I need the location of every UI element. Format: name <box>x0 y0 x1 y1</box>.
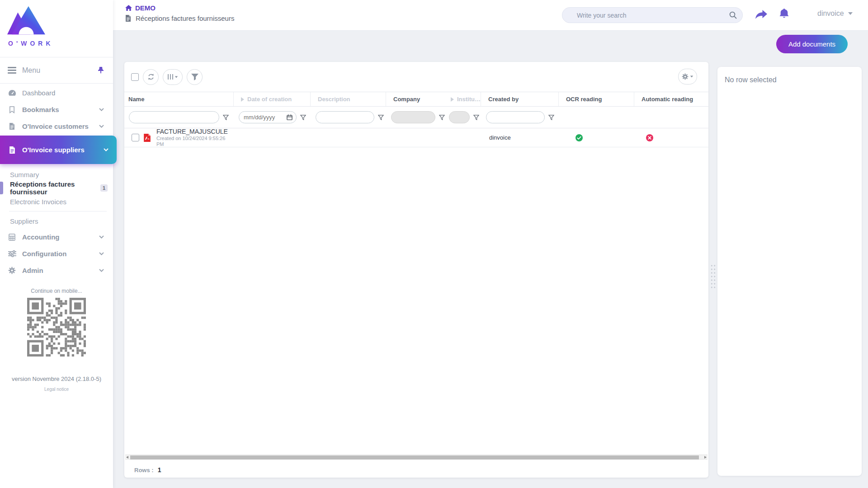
scroll-right-arrow[interactable] <box>704 456 707 459</box>
filter-description-input[interactable] <box>316 111 374 123</box>
cell-institution <box>443 128 481 147</box>
table-row[interactable]: FACTURE_MAJUSCULE Created on 10/24/2024 … <box>124 128 708 147</box>
column-header-company[interactable]: Company <box>386 92 443 106</box>
cell-description <box>310 128 386 147</box>
chevron-down-icon <box>99 125 104 128</box>
filter-funnel-icon[interactable] <box>378 115 384 120</box>
column-header-ocr-reading[interactable]: OCR reading <box>558 92 634 106</box>
submenu-item-suppliers[interactable]: Suppliers <box>0 214 113 228</box>
sidebar-nav: Dashboard Bookmarks O'Invoice customers <box>0 84 113 279</box>
column-header-description[interactable]: Description <box>310 92 386 106</box>
submenu-item-receptions-factures[interactable]: Réceptions factures fournisseur 1 <box>0 181 113 195</box>
sidebar-item-configuration[interactable]: Configuration <box>0 245 113 262</box>
sidebar-item-oinvoice-suppliers[interactable]: O'Invoice suppliers <box>0 136 117 164</box>
sidebar-item-admin[interactable]: Admin <box>0 262 113 279</box>
sidebar-item-label: O'Invoice customers <box>22 122 89 130</box>
columns-button[interactable] <box>163 69 183 85</box>
submenu-label: Summary <box>10 171 39 178</box>
filter-button[interactable] <box>187 69 203 85</box>
sidebar-item-bookmarks[interactable]: Bookmarks <box>0 101 113 118</box>
breadcrumb-home[interactable]: DEMO <box>125 4 234 12</box>
column-header-institution[interactable]: Institut... <box>443 92 481 106</box>
sliders-icon <box>8 250 16 257</box>
chevron-down-icon <box>99 108 104 111</box>
qr-code <box>0 298 113 357</box>
chevron-down-icon <box>99 252 104 255</box>
breadcrumb: DEMO Réceptions factures fournisseurs <box>125 4 234 22</box>
filter-funnel-icon[interactable] <box>548 115 554 120</box>
dashboard-icon <box>8 89 16 97</box>
global-search <box>562 7 743 23</box>
filter-funnel-icon[interactable] <box>223 115 229 120</box>
filter-icon <box>191 74 198 80</box>
divider <box>9 211 107 211</box>
cell-ocr-reading <box>558 128 634 147</box>
filter-name-input[interactable] <box>129 111 219 123</box>
table-settings-button[interactable] <box>678 69 697 84</box>
search-input[interactable] <box>562 7 743 23</box>
share-button[interactable] <box>755 10 767 20</box>
calculator-icon <box>8 234 16 241</box>
empty-selection-message: No row selected <box>725 76 777 84</box>
sidebar-item-label: O'Invoice suppliers <box>22 146 85 154</box>
scrollbar-thumb[interactable] <box>130 455 699 460</box>
menu-label: Menu <box>22 66 40 75</box>
filter-funnel-icon[interactable] <box>300 115 306 120</box>
filter-funnel-icon[interactable] <box>473 115 479 120</box>
legal-notice-link[interactable]: Legal notice <box>0 387 113 392</box>
sidebar-item-oinvoice-customers[interactable]: O'Invoice customers <box>0 118 113 135</box>
submenu-label: Suppliers <box>10 217 38 225</box>
column-header-date[interactable]: Date of creation <box>233 92 310 106</box>
bookmark-icon <box>8 106 16 113</box>
submenu-item-summary[interactable]: Summary <box>0 168 113 181</box>
sidebar-item-accounting[interactable]: Accounting <box>0 229 113 245</box>
horizontal-scrollbar[interactable] <box>125 455 708 460</box>
share-icon <box>755 10 767 20</box>
add-documents-button[interactable]: Add documents <box>776 35 848 53</box>
table-filter-row <box>124 107 708 128</box>
filter-created-by-input[interactable] <box>486 111 545 123</box>
menu-toggle[interactable]: Menu <box>0 57 113 84</box>
gear-icon <box>682 73 689 80</box>
search-icon[interactable] <box>729 11 737 19</box>
notifications-button[interactable] <box>779 9 789 19</box>
pin-icon[interactable] <box>98 67 104 74</box>
submenu-label: Réceptions factures fournisseur <box>10 180 99 196</box>
select-all-checkbox[interactable] <box>131 73 139 81</box>
hamburger-icon <box>8 66 16 75</box>
refresh-button[interactable] <box>143 69 159 85</box>
sidebar: O'WORK Menu Dashboard Bookmarks <box>0 0 113 488</box>
scroll-left-arrow[interactable] <box>126 456 128 459</box>
filter-date-input[interactable] <box>239 111 297 123</box>
logo-mountain-icon <box>7 5 45 39</box>
bell-icon <box>779 9 789 19</box>
cell-date <box>233 128 310 147</box>
suppliers-submenu: Summary Réceptions factures fournisseur … <box>0 165 113 229</box>
user-name: dinvoice <box>817 9 844 18</box>
caret-down-icon <box>175 76 178 78</box>
chevron-down-icon <box>99 269 104 272</box>
column-header-name[interactable]: Name <box>124 92 233 106</box>
document-name: FACTURE_MAJUSCULE <box>156 128 233 135</box>
invoice-icon <box>8 123 16 130</box>
sidebar-item-dashboard[interactable]: Dashboard <box>0 84 113 101</box>
column-header-automatic-reading[interactable]: Automatic reading <box>634 92 708 106</box>
panel-resize-handle[interactable] <box>710 264 716 290</box>
pdf-icon <box>143 134 151 142</box>
document-icon <box>125 15 131 22</box>
logo-text: O'WORK <box>8 40 113 47</box>
sidebar-item-label: Accounting <box>22 233 60 241</box>
active-indicator <box>0 182 3 194</box>
logo[interactable]: O'WORK <box>0 0 113 57</box>
version-label: version Novembre 2024 (2.18.0-5) <box>0 375 113 382</box>
cell-company <box>386 128 443 147</box>
row-checkbox[interactable] <box>132 134 139 141</box>
rows-count: 1 <box>158 466 161 474</box>
user-menu[interactable]: dinvoice <box>817 9 853 18</box>
sidebar-item-label: Configuration <box>22 250 66 258</box>
count-badge: 1 <box>100 184 108 192</box>
page-title: Réceptions factures fournisseurs <box>136 14 234 22</box>
submenu-item-electronic-invoices[interactable]: Electronic Invoices <box>0 195 113 208</box>
cell-automatic-reading <box>634 128 708 147</box>
column-header-created-by[interactable]: Created by <box>481 92 558 106</box>
